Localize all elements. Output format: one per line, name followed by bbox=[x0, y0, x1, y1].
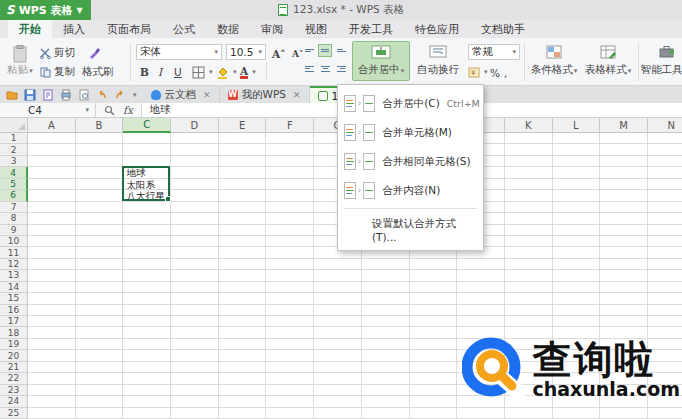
row-header-19[interactable]: 19 bbox=[0, 339, 28, 350]
row-header-7[interactable]: 7 bbox=[0, 202, 28, 213]
name-box[interactable]: C4 ▾ bbox=[0, 103, 96, 117]
row-header-8[interactable]: 8 bbox=[0, 213, 28, 224]
menu-tab-开发工具[interactable]: 开发工具 bbox=[338, 20, 404, 38]
font-size-select[interactable]: 10.5▾ bbox=[226, 44, 266, 60]
menu-item-合并单元格(M)[interactable]: ›合并单元格(M) bbox=[338, 118, 483, 147]
menu-tab-审阅[interactable]: 审阅 bbox=[250, 20, 294, 38]
font-name-select[interactable]: 宋体▾ bbox=[136, 44, 222, 60]
column-header-B[interactable]: B bbox=[76, 118, 124, 133]
column-header-F[interactable]: F bbox=[266, 118, 314, 133]
row-header-20[interactable]: 20 bbox=[0, 350, 28, 361]
print-icon[interactable] bbox=[60, 89, 72, 101]
select-all-corner[interactable] bbox=[0, 118, 28, 133]
column-header-E[interactable]: E bbox=[219, 118, 267, 133]
vertical-align-middle-button[interactable] bbox=[318, 44, 332, 57]
row-header-17[interactable]: 17 bbox=[0, 316, 28, 327]
open-folder-icon[interactable] bbox=[6, 89, 18, 101]
percent-format-button[interactable]: % bbox=[490, 65, 500, 81]
column-header-M[interactable]: M bbox=[600, 118, 648, 133]
column-header-A[interactable]: A bbox=[28, 118, 76, 133]
column-header-N[interactable]: N bbox=[648, 118, 682, 133]
align-left-button[interactable] bbox=[302, 62, 316, 75]
row-header-24[interactable]: 24 bbox=[0, 396, 28, 407]
menu-tab-特色应用[interactable]: 特色应用 bbox=[404, 20, 470, 38]
paste-button[interactable]: 粘贴▾ bbox=[4, 41, 36, 81]
app-menu-button[interactable]: S WPS 表格 ▼ bbox=[0, 0, 91, 20]
cell-C6[interactable]: 八大行星 bbox=[123, 190, 164, 201]
insert-function-button[interactable]: fx bbox=[123, 104, 133, 116]
font-color-button[interactable]: A▾ bbox=[240, 64, 256, 80]
comma-format-button[interactable]: , bbox=[504, 65, 507, 81]
toolbar-more-icon[interactable]: ▾ bbox=[133, 91, 137, 99]
menu-tab-文档助手[interactable]: 文档助手 bbox=[470, 20, 536, 38]
format-painter-icon-button[interactable] bbox=[88, 45, 100, 61]
row-header-18[interactable]: 18 bbox=[0, 327, 28, 338]
row-header-15[interactable]: 15 bbox=[0, 293, 28, 304]
bold-button[interactable]: B bbox=[140, 64, 149, 80]
merge-preview-icon: › bbox=[344, 95, 375, 112]
print-preview-icon[interactable] bbox=[78, 89, 90, 101]
number-format-select[interactable]: 常规▾ bbox=[468, 44, 520, 60]
cell-C5[interactable]: 太阳系 bbox=[123, 179, 155, 190]
fill-color-button[interactable]: ▾ bbox=[216, 64, 237, 80]
currency-format-button[interactable]: ¥▾ bbox=[468, 64, 488, 80]
row-header-1[interactable]: 1 bbox=[0, 133, 28, 144]
row-header-23[interactable]: 23 bbox=[0, 385, 28, 396]
menu-tab-数据[interactable]: 数据 bbox=[206, 20, 250, 38]
format-painter-button[interactable]: 格式刷 bbox=[82, 64, 114, 80]
row-header-16[interactable]: 16 bbox=[0, 305, 28, 316]
row-header-12[interactable]: 12 bbox=[0, 259, 28, 270]
table-style-button[interactable]: 表格样式▾ bbox=[582, 41, 634, 81]
row-header-11[interactable]: 11 bbox=[0, 247, 28, 258]
redo-icon[interactable] bbox=[114, 89, 126, 101]
column-header-L[interactable]: L bbox=[553, 118, 601, 133]
export-icon[interactable] bbox=[42, 89, 54, 101]
column-header-C[interactable]: C bbox=[123, 118, 171, 133]
row-header-3[interactable]: 3 bbox=[0, 156, 28, 167]
borders-button[interactable]: ▾ bbox=[192, 64, 213, 80]
menu-item-set-default-merge[interactable]: 设置默认合并方式(T)... bbox=[338, 212, 483, 246]
row-header-6[interactable]: 6 bbox=[0, 190, 28, 201]
column-header-D[interactable]: D bbox=[171, 118, 219, 133]
vertical-align-top-button[interactable] bbox=[302, 44, 316, 57]
menu-item-合并居中(C)[interactable]: ›合并居中(C)Ctrl+M bbox=[338, 89, 483, 118]
row-header-4[interactable]: 4 bbox=[0, 167, 28, 178]
row-header-25[interactable]: 25 bbox=[0, 408, 28, 419]
row-header-21[interactable]: 21 bbox=[0, 362, 28, 373]
row-header-2[interactable]: 2 bbox=[0, 144, 28, 155]
close-tab-icon[interactable]: ✕ bbox=[293, 90, 301, 100]
name-box-dropdown-icon[interactable]: ▾ bbox=[85, 106, 89, 114]
menu-tab-视图[interactable]: 视图 bbox=[294, 20, 338, 38]
search-icon[interactable] bbox=[104, 105, 115, 116]
italic-button[interactable]: I bbox=[158, 64, 162, 80]
row-header-14[interactable]: 14 bbox=[0, 282, 28, 293]
vertical-align-bottom-button[interactable] bbox=[334, 44, 348, 57]
column-header-K[interactable]: K bbox=[505, 118, 553, 133]
align-center-button[interactable] bbox=[318, 62, 332, 75]
row-header-5[interactable]: 5 bbox=[0, 179, 28, 190]
menu-item-合并内容(N)[interactable]: ›合并内容(N) bbox=[338, 176, 483, 205]
cut-button[interactable]: 剪切 bbox=[40, 45, 75, 61]
menu-tab-插入[interactable]: 插入 bbox=[52, 20, 96, 38]
undo-icon[interactable] bbox=[96, 89, 108, 101]
doc-tab-云文档[interactable]: 云文档✕ bbox=[143, 86, 220, 103]
merge-center-button[interactable]: 合并居中▾ bbox=[352, 41, 410, 81]
doc-tab-我的WPS[interactable]: W我的WPS✕ bbox=[220, 86, 310, 103]
menu-tab-公式[interactable]: 公式 bbox=[162, 20, 206, 38]
copy-button[interactable]: 复制 bbox=[40, 64, 75, 80]
menu-tab-页面布局[interactable]: 页面布局 bbox=[96, 20, 162, 38]
align-right-button[interactable] bbox=[334, 62, 348, 75]
row-header-22[interactable]: 22 bbox=[0, 373, 28, 384]
smart-toolbox-button[interactable]: 智能工具箱 bbox=[640, 41, 682, 81]
conditional-format-button[interactable]: 条件格式▾ bbox=[528, 41, 580, 81]
wrap-text-button[interactable]: 自动换行 bbox=[412, 41, 464, 81]
menu-tab-开始[interactable]: 开始 bbox=[8, 20, 52, 38]
close-tab-icon[interactable]: ✕ bbox=[203, 90, 211, 100]
underline-button[interactable]: U bbox=[174, 64, 182, 80]
row-header-10[interactable]: 10 bbox=[0, 236, 28, 247]
cell-C4[interactable]: 地球 bbox=[123, 167, 145, 178]
row-header-13[interactable]: 13 bbox=[0, 270, 28, 281]
menu-item-合并相同单元格(S)[interactable]: ›合并相同单元格(S) bbox=[338, 147, 483, 176]
row-header-9[interactable]: 9 bbox=[0, 225, 28, 236]
save-icon[interactable] bbox=[24, 89, 36, 101]
